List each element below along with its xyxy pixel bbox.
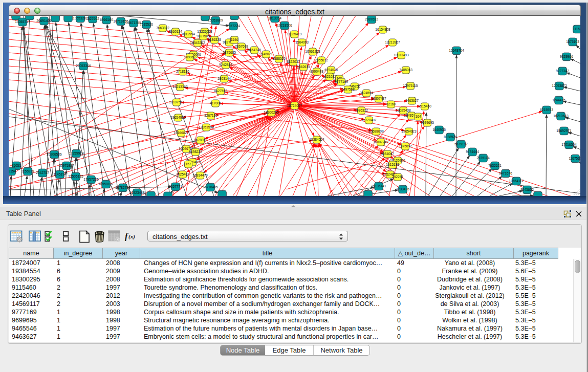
svg-text:1733426: 1733426	[396, 187, 409, 191]
svg-text:8912954: 8912954	[182, 32, 195, 36]
svg-text:12213363: 12213363	[172, 85, 188, 89]
svg-text:17016504: 17016504	[561, 143, 577, 146]
svg-text:9329966: 9329966	[560, 55, 573, 58]
svg-text:18300295: 18300295	[264, 111, 279, 114]
svg-text:1588520: 1588520	[272, 57, 286, 60]
svg-text:2867608: 2867608	[235, 45, 248, 48]
svg-text:16543362: 16543362	[190, 41, 205, 45]
svg-text:18724007: 18724007	[287, 104, 302, 107]
svg-text:20053346: 20053346	[76, 64, 91, 68]
svg-text:2803144: 2803144	[217, 77, 231, 80]
svg-text:10688609: 10688609	[368, 129, 384, 133]
svg-text:1575103: 1575103	[566, 40, 579, 43]
svg-text:15720407: 15720407	[361, 118, 377, 122]
svg-text:20206536: 20206536	[47, 152, 62, 156]
svg-text:6966160: 6966160	[100, 18, 113, 21]
svg-text:5679197: 5679197	[454, 142, 468, 146]
svg-text:15136141: 15136141	[371, 184, 386, 188]
svg-text:2042757: 2042757	[36, 171, 49, 174]
svg-text:16671355: 16671355	[126, 21, 141, 25]
svg-text:417006: 417006	[210, 101, 221, 105]
svg-text:16154808: 16154808	[375, 28, 390, 31]
svg-text:19166827: 19166827	[173, 131, 189, 135]
svg-text:8322037: 8322037	[287, 60, 300, 63]
svg-text:7663822: 7663822	[156, 26, 169, 30]
svg-text:9699695: 9699695	[421, 121, 434, 124]
svg-text:1244415: 1244415	[552, 98, 565, 102]
svg-text:6497568: 6497568	[341, 87, 355, 91]
svg-text:9474444: 9474444	[466, 150, 479, 154]
svg-text:1362615: 1362615	[297, 65, 310, 69]
svg-text:8454749: 8454749	[248, 48, 261, 52]
svg-text:9327505: 9327505	[197, 34, 210, 38]
svg-text:2935114: 2935114	[476, 156, 490, 160]
svg-text:12505135: 12505135	[68, 174, 83, 178]
svg-text:15692971: 15692971	[556, 129, 572, 133]
svg-text:8427552: 8427552	[214, 89, 227, 93]
svg-text:1564093: 1564093	[295, 40, 309, 44]
svg-text:3875685: 3875685	[223, 51, 236, 54]
svg-text:8660124: 8660124	[169, 30, 182, 33]
svg-text:35051: 35051	[12, 164, 21, 167]
svg-text:9515460: 9515460	[418, 104, 431, 108]
svg-text:7485063: 7485063	[399, 68, 412, 72]
svg-text:20691406: 20691406	[36, 19, 52, 23]
svg-text:15716485: 15716485	[203, 185, 218, 189]
svg-text:1640935: 1640935	[432, 128, 446, 132]
svg-text:8215953: 8215953	[540, 108, 553, 112]
svg-text:7625402: 7625402	[176, 172, 189, 176]
svg-text:8938925: 8938925	[444, 135, 457, 139]
svg-text:16210643: 16210643	[553, 114, 569, 118]
svg-text:10807487: 10807487	[371, 97, 386, 100]
svg-text:12975115: 12975115	[403, 84, 418, 87]
svg-text:16053809: 16053809	[208, 18, 223, 22]
svg-text:9084067: 9084067	[381, 152, 394, 156]
svg-text:9463627: 9463627	[405, 99, 419, 102]
svg-text:12213967: 12213967	[385, 40, 400, 44]
svg-text:1546: 1546	[231, 38, 238, 41]
svg-text:1527602: 1527602	[86, 17, 99, 20]
svg-text:17359924: 17359924	[69, 151, 84, 155]
svg-text:8267130: 8267130	[204, 114, 217, 117]
svg-text:19218506: 19218506	[277, 24, 292, 27]
svg-text:1975692: 1975692	[399, 144, 412, 148]
svg-text:9242848: 9242848	[219, 63, 232, 67]
svg-text:10961758: 10961758	[305, 50, 320, 53]
svg-text:7955812: 7955812	[315, 58, 328, 62]
svg-text:14055717: 14055717	[15, 20, 30, 24]
svg-text:18807249: 18807249	[373, 140, 388, 144]
svg-text:(x): (x)	[128, 233, 135, 240]
svg-text:19654985: 19654985	[170, 116, 186, 119]
svg-text:12353594: 12353594	[199, 125, 214, 129]
svg-text:6794028: 6794028	[324, 68, 338, 72]
svg-text:9227342: 9227342	[556, 69, 569, 73]
svg-text:1167535: 1167535	[569, 157, 580, 160]
svg-text:10958107: 10958107	[98, 182, 114, 186]
svg-text:8990448: 8990448	[310, 70, 323, 73]
svg-text:7632621: 7632621	[488, 164, 502, 167]
svg-text:12923448: 12923448	[129, 191, 145, 194]
svg-text:252254: 252254	[392, 175, 403, 179]
svg-text:17957225: 17957225	[83, 178, 99, 181]
svg-text:8471676: 8471676	[499, 171, 512, 175]
svg-text:8186328: 8186328	[208, 38, 221, 41]
svg-text:9657771: 9657771	[169, 185, 182, 188]
svg-text:1145194: 1145194	[53, 172, 67, 176]
svg-text:8678352: 8678352	[194, 138, 207, 142]
svg-text:30975887: 30975887	[59, 164, 74, 167]
svg-text:11154: 11154	[573, 27, 580, 31]
svg-text:39154: 39154	[9, 169, 16, 173]
svg-text:9245652: 9245652	[520, 188, 534, 191]
svg-text:16782759: 16782759	[115, 186, 130, 189]
svg-text:62160: 62160	[386, 102, 396, 106]
svg-text:8813054: 8813054	[268, 16, 281, 20]
svg-text:5498222: 5498222	[189, 150, 202, 154]
svg-text:10654112: 10654112	[509, 179, 524, 183]
svg-text:16648764: 16648764	[449, 49, 464, 52]
svg-text:2718126: 2718126	[176, 70, 189, 73]
svg-text:10973493: 10973493	[394, 53, 409, 57]
svg-text:157: 157	[185, 162, 191, 166]
svg-text:2087682: 2087682	[365, 17, 378, 21]
svg-text:3624554: 3624554	[360, 91, 373, 95]
svg-text:1621022: 1621022	[323, 75, 336, 78]
